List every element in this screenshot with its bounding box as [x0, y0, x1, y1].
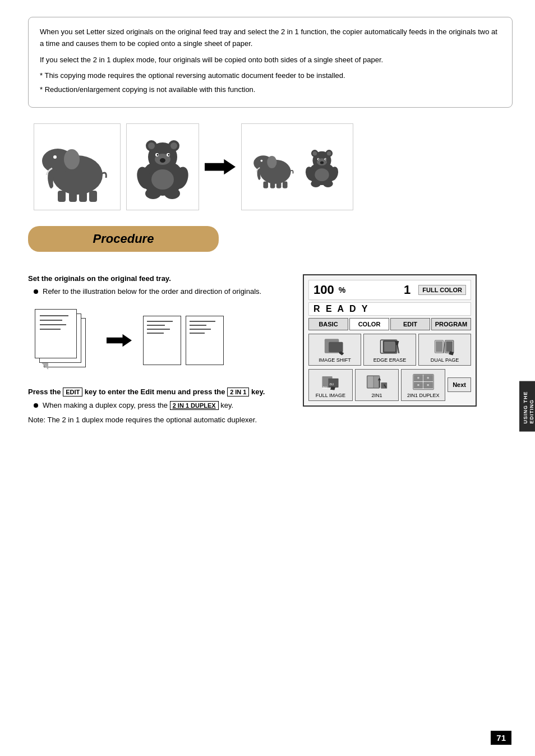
- edge-erase-icon: [379, 338, 401, 356]
- svg-rect-71: [368, 376, 373, 388]
- svg-rect-32: [276, 182, 282, 188]
- edit-key: EDIT: [63, 388, 82, 397]
- svg-point-48: [311, 181, 321, 188]
- combine-arrow-icon: [205, 157, 236, 177]
- tab-edit[interactable]: EDIT: [390, 318, 430, 330]
- svg-point-23: [164, 188, 180, 199]
- tab-basic[interactable]: BASIC: [308, 318, 348, 330]
- svg-text:au: au: [330, 381, 334, 386]
- svg-text:↙: ↙: [336, 354, 338, 356]
- bullet-dot-icon: [34, 289, 38, 294]
- panel-top-row: 100 % 1 FULL COLOR: [308, 280, 471, 300]
- result-paper-2: [186, 316, 224, 365]
- svg-rect-53: [329, 342, 343, 352]
- 2in1-duplex-label: 2IN1 DUPLEX: [404, 393, 442, 398]
- 2in1-label: 2IN1: [358, 393, 396, 398]
- illustration-row: [28, 123, 513, 210]
- step1-title: Set the originals on the original feed t…: [28, 274, 286, 283]
- svg-point-44: [325, 159, 326, 160]
- paper-stack-diagram: [34, 307, 95, 374]
- 2in1-duplex-button[interactable]: 2IN1 DUPLEX: [401, 369, 445, 401]
- svg-point-38: [312, 151, 317, 156]
- dual-page-button[interactable]: DUAL PAGE: [418, 334, 471, 366]
- svg-rect-31: [270, 182, 275, 188]
- bear-icon: [132, 130, 193, 203]
- panel-tabs: BASIC COLOR EDIT PROGRAM: [308, 318, 471, 330]
- procedure-banner-wrapper: Procedure: [28, 226, 513, 263]
- 2in1-duplex-icon: [412, 373, 435, 391]
- tab-color[interactable]: COLOR: [349, 318, 389, 330]
- svg-rect-57: [382, 340, 396, 353]
- svg-rect-5: [69, 192, 77, 202]
- svg-point-12: [148, 142, 155, 149]
- info-para2: If you select the 2 in 1 duplex mode, fo…: [40, 54, 501, 66]
- svg-rect-4: [58, 191, 66, 202]
- fold-corner: [41, 363, 48, 370]
- svg-rect-33: [283, 182, 288, 188]
- panel-percent: 100: [313, 283, 334, 297]
- svg-marker-25: [205, 159, 236, 175]
- svg-point-2: [64, 149, 80, 169]
- 2in1-icon: [366, 373, 388, 391]
- step2-title-prefix: Press the: [28, 388, 63, 396]
- elephant-image-box: [34, 123, 121, 210]
- svg-text:au: au: [323, 385, 328, 390]
- 2in1-button[interactable]: 2IN1: [355, 369, 399, 401]
- svg-rect-30: [263, 182, 268, 188]
- procedure-banner: Procedure: [28, 226, 219, 252]
- elephant-icon: [41, 130, 114, 203]
- svg-point-18: [168, 154, 170, 156]
- svg-point-13: [170, 142, 177, 149]
- step2-note: Note: The 2 in 1 duplex mode requires th…: [28, 416, 286, 424]
- info-note2: Reduction/enlargement copying is not ava…: [40, 84, 501, 96]
- svg-point-43: [318, 159, 319, 160]
- svg-point-24: [151, 169, 174, 190]
- svg-rect-7: [89, 191, 97, 202]
- next-btn-label: Next: [453, 381, 466, 388]
- panel-full-color: FULL COLOR: [418, 285, 466, 295]
- procedure-section: Set the originals on the original feed t…: [28, 274, 513, 424]
- procedure-title: Procedure: [45, 232, 202, 246]
- svg-point-29: [261, 160, 263, 162]
- panel-ready: R E A D Y: [308, 302, 471, 316]
- full-image-button[interactable]: au au FULL IMAGE: [308, 369, 353, 401]
- next-button[interactable]: Next: [448, 377, 471, 392]
- result-paper-1: [143, 316, 181, 365]
- dual-page-icon: [433, 338, 456, 356]
- svg-point-17: [157, 154, 159, 156]
- bear-image-box: [126, 123, 199, 210]
- step1: Set the originals on the original feed t…: [28, 274, 286, 296]
- info-note1: This copying mode requires the optional …: [40, 70, 501, 82]
- step2-bullet-text: When making a duplex copy, press the 2 I…: [43, 401, 233, 410]
- svg-rect-61: [445, 340, 454, 353]
- procedure-right: 100 % 1 FULL COLOR R E A D Y BASIC COLOR: [303, 274, 482, 407]
- svg-point-81: [427, 377, 429, 379]
- bullet-dot2-icon: [34, 403, 38, 408]
- small-elephant-icon: [253, 136, 298, 197]
- tab-program[interactable]: PROGRAM: [431, 318, 471, 330]
- info-notes: This copying mode requires the optional …: [40, 70, 501, 96]
- svg-rect-60: [435, 340, 444, 353]
- step2-bullet: When making a duplex copy, press the 2 I…: [28, 401, 286, 410]
- svg-point-50: [315, 169, 329, 182]
- step1-bullet-text: Refer to the illustration below for the …: [43, 287, 261, 296]
- copier-panel: 100 % 1 FULL COLOR R E A D Y BASIC COLOR: [303, 274, 477, 407]
- dual-page-label: DUAL PAGE: [421, 357, 468, 363]
- image-shift-button[interactable]: ↙ IMAGE SHIFT: [308, 334, 361, 366]
- feed-arrow-icon: [107, 332, 132, 349]
- side-tab: USING THE EDITING FUNCTIONS: [519, 381, 535, 432]
- panel-copy-num: 1: [404, 283, 411, 297]
- 2in1-duplex-key: 2 IN 1 DUPLEX: [170, 401, 219, 410]
- svg-point-82: [417, 384, 419, 386]
- step2-title-suffix: key.: [249, 388, 265, 396]
- panel-icons-row1: ↙ IMAGE SHIFT: [308, 334, 471, 366]
- image-shift-label: IMAGE SHIFT: [311, 357, 358, 363]
- result-papers: [143, 316, 224, 365]
- svg-marker-51: [107, 334, 132, 347]
- edge-erase-button[interactable]: EDGE ERASE: [363, 334, 416, 366]
- step2-title: Press the EDIT key to enter the Edit men…: [28, 388, 286, 397]
- page-number: 71: [491, 731, 511, 745]
- procedure-left: Set the originals on the original feed t…: [28, 274, 286, 424]
- svg-point-39: [327, 151, 331, 156]
- step2: Press the EDIT key to enter the Edit men…: [28, 388, 286, 424]
